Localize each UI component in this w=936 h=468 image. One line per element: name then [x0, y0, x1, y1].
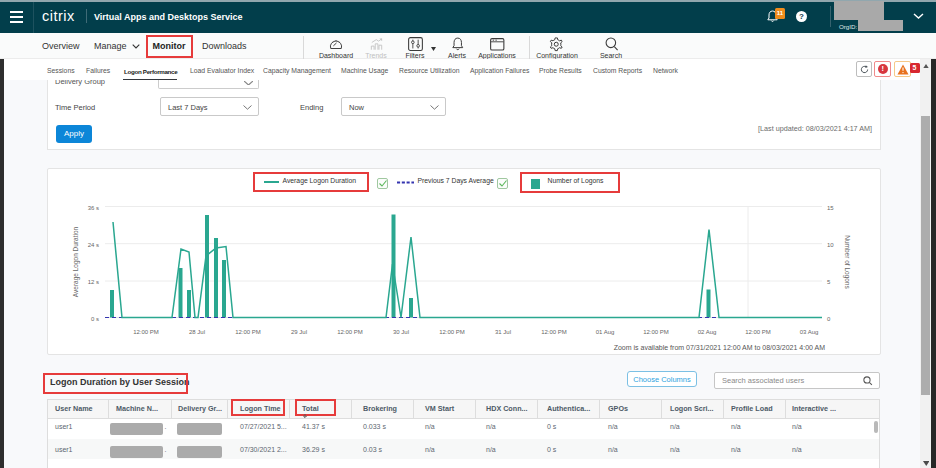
svg-text:15: 15	[827, 205, 834, 211]
svg-text:12:00 PM: 12:00 PM	[439, 329, 465, 335]
svg-text:03 Aug: 03 Aug	[800, 329, 819, 335]
svg-text:31 Jul: 31 Jul	[495, 329, 511, 335]
svg-text:29 Jul: 29 Jul	[291, 329, 307, 335]
svg-text:24 s: 24 s	[88, 242, 99, 248]
svg-text:01 Aug: 01 Aug	[596, 329, 615, 335]
svg-text:Number of Logons: Number of Logons	[843, 235, 851, 289]
svg-text:12:00 PM: 12:00 PM	[541, 329, 567, 335]
svg-text:12:00 PM: 12:00 PM	[337, 329, 363, 335]
svg-text:5: 5	[827, 279, 831, 285]
svg-text:12:00 PM: 12:00 PM	[133, 329, 159, 335]
svg-text:12:00 PM: 12:00 PM	[745, 329, 771, 335]
svg-text:12:00 PM: 12:00 PM	[235, 329, 261, 335]
svg-text:Average Logon Duration: Average Logon Duration	[72, 226, 80, 297]
svg-text:12 s: 12 s	[88, 279, 99, 285]
svg-text:28 Jul: 28 Jul	[189, 329, 205, 335]
svg-text:0: 0	[827, 316, 831, 322]
svg-text:10: 10	[827, 242, 834, 248]
svg-text:36 s: 36 s	[88, 205, 99, 211]
svg-text:12:00 PM: 12:00 PM	[643, 329, 669, 335]
svg-text:0 s: 0 s	[91, 316, 99, 322]
svg-text:30 Jul: 30 Jul	[393, 329, 409, 335]
svg-text:02 Aug: 02 Aug	[698, 329, 717, 335]
